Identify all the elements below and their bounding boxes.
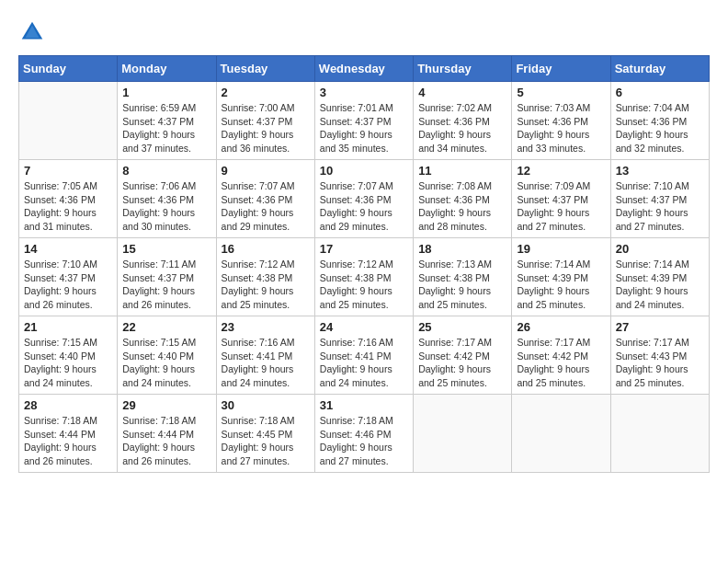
day-info: Sunrise: 7:12 AM Sunset: 4:38 PM Dayligh… — [320, 258, 408, 312]
week-row-3: 21Sunrise: 7:15 AM Sunset: 4:40 PM Dayli… — [19, 316, 710, 395]
calendar-header-tuesday: Tuesday — [216, 56, 314, 82]
week-row-1: 7Sunrise: 7:05 AM Sunset: 4:36 PM Daylig… — [19, 160, 710, 238]
day-number: 20 — [616, 242, 704, 256]
calendar-cell: 25Sunrise: 7:17 AM Sunset: 4:42 PM Dayli… — [414, 316, 512, 395]
calendar-cell: 31Sunrise: 7:18 AM Sunset: 4:46 PM Dayli… — [314, 395, 413, 473]
day-info: Sunrise: 6:59 AM Sunset: 4:37 PM Dayligh… — [122, 101, 210, 155]
day-info: Sunrise: 7:02 AM Sunset: 4:36 PM Dayligh… — [418, 101, 506, 155]
day-info: Sunrise: 7:07 AM Sunset: 4:36 PM Dayligh… — [320, 179, 408, 234]
day-number: 25 — [418, 320, 506, 334]
day-info: Sunrise: 7:04 AM Sunset: 4:36 PM Dayligh… — [616, 101, 704, 155]
calendar-cell: 5Sunrise: 7:03 AM Sunset: 4:36 PM Daylig… — [512, 82, 610, 160]
day-info: Sunrise: 7:01 AM Sunset: 4:37 PM Dayligh… — [320, 101, 408, 155]
calendar-cell: 2Sunrise: 7:00 AM Sunset: 4:37 PM Daylig… — [216, 82, 314, 160]
day-number: 5 — [517, 86, 605, 99]
calendar-cell: 7Sunrise: 7:05 AM Sunset: 4:36 PM Daylig… — [19, 160, 118, 238]
day-info: Sunrise: 7:17 AM Sunset: 4:43 PM Dayligh… — [616, 336, 704, 390]
day-info: Sunrise: 7:15 AM Sunset: 4:40 PM Dayligh… — [24, 336, 112, 390]
calendar-header-friday: Friday — [512, 56, 610, 82]
page-header — [18, 18, 710, 46]
day-info: Sunrise: 7:08 AM Sunset: 4:36 PM Dayligh… — [418, 179, 506, 234]
calendar-cell — [414, 395, 512, 473]
day-info: Sunrise: 7:10 AM Sunset: 4:37 PM Dayligh… — [616, 179, 704, 234]
day-info: Sunrise: 7:16 AM Sunset: 4:41 PM Dayligh… — [320, 336, 408, 390]
day-number: 28 — [24, 398, 112, 412]
day-info: Sunrise: 7:17 AM Sunset: 4:42 PM Dayligh… — [517, 336, 605, 390]
day-info: Sunrise: 7:14 AM Sunset: 4:39 PM Dayligh… — [517, 258, 605, 312]
calendar-cell — [610, 395, 709, 473]
calendar-cell: 6Sunrise: 7:04 AM Sunset: 4:36 PM Daylig… — [610, 82, 709, 160]
day-info: Sunrise: 7:10 AM Sunset: 4:37 PM Dayligh… — [24, 258, 112, 312]
day-number: 19 — [517, 242, 605, 256]
day-info: Sunrise: 7:06 AM Sunset: 4:36 PM Dayligh… — [122, 179, 210, 234]
calendar-header-wednesday: Wednesday — [314, 56, 413, 82]
day-info: Sunrise: 7:16 AM Sunset: 4:41 PM Dayligh… — [222, 336, 310, 390]
day-info: Sunrise: 7:07 AM Sunset: 4:36 PM Dayligh… — [222, 179, 310, 234]
calendar-cell: 18Sunrise: 7:13 AM Sunset: 4:38 PM Dayli… — [414, 238, 512, 316]
calendar-cell: 13Sunrise: 7:10 AM Sunset: 4:37 PM Dayli… — [610, 160, 709, 238]
calendar-cell — [19, 82, 118, 160]
calendar-header-monday: Monday — [118, 56, 216, 82]
day-info: Sunrise: 7:03 AM Sunset: 4:36 PM Dayligh… — [517, 101, 605, 155]
day-number: 18 — [418, 242, 506, 256]
day-info: Sunrise: 7:17 AM Sunset: 4:42 PM Dayligh… — [418, 336, 506, 390]
day-number: 9 — [222, 164, 310, 178]
week-row-4: 28Sunrise: 7:18 AM Sunset: 4:44 PM Dayli… — [19, 395, 710, 473]
day-number: 16 — [222, 242, 310, 256]
calendar-cell: 21Sunrise: 7:15 AM Sunset: 4:40 PM Dayli… — [19, 316, 118, 395]
calendar-cell: 24Sunrise: 7:16 AM Sunset: 4:41 PM Dayli… — [314, 316, 413, 395]
calendar-cell: 28Sunrise: 7:18 AM Sunset: 4:44 PM Dayli… — [19, 395, 118, 473]
calendar-header-row: SundayMondayTuesdayWednesdayThursdayFrid… — [19, 56, 710, 82]
calendar-cell: 1Sunrise: 6:59 AM Sunset: 4:37 PM Daylig… — [118, 82, 216, 160]
day-number: 29 — [122, 398, 210, 412]
calendar-cell: 27Sunrise: 7:17 AM Sunset: 4:43 PM Dayli… — [610, 316, 709, 395]
logo-icon — [18, 18, 46, 46]
day-info: Sunrise: 7:12 AM Sunset: 4:38 PM Dayligh… — [222, 258, 310, 312]
day-number: 12 — [517, 164, 605, 178]
day-number: 10 — [320, 164, 408, 178]
day-number: 22 — [122, 320, 210, 334]
calendar-table: SundayMondayTuesdayWednesdayThursdayFrid… — [18, 55, 710, 473]
day-number: 3 — [320, 86, 408, 99]
calendar-cell: 3Sunrise: 7:01 AM Sunset: 4:37 PM Daylig… — [314, 82, 413, 160]
day-info: Sunrise: 7:18 AM Sunset: 4:45 PM Dayligh… — [222, 414, 310, 468]
logo — [18, 18, 50, 46]
calendar-header-sunday: Sunday — [19, 56, 118, 82]
day-info: Sunrise: 7:11 AM Sunset: 4:37 PM Dayligh… — [122, 258, 210, 312]
calendar-cell: 29Sunrise: 7:18 AM Sunset: 4:44 PM Dayli… — [118, 395, 216, 473]
calendar-cell: 17Sunrise: 7:12 AM Sunset: 4:38 PM Dayli… — [314, 238, 413, 316]
calendar-header-saturday: Saturday — [610, 56, 709, 82]
day-number: 21 — [24, 320, 112, 334]
calendar-cell: 23Sunrise: 7:16 AM Sunset: 4:41 PM Dayli… — [216, 316, 314, 395]
calendar-cell: 9Sunrise: 7:07 AM Sunset: 4:36 PM Daylig… — [216, 160, 314, 238]
calendar-header-thursday: Thursday — [414, 56, 512, 82]
day-number: 27 — [616, 320, 704, 334]
day-info: Sunrise: 7:18 AM Sunset: 4:44 PM Dayligh… — [24, 414, 112, 468]
calendar-cell: 30Sunrise: 7:18 AM Sunset: 4:45 PM Dayli… — [216, 395, 314, 473]
day-info: Sunrise: 7:18 AM Sunset: 4:44 PM Dayligh… — [122, 414, 210, 468]
day-number: 31 — [320, 398, 408, 412]
week-row-0: 1Sunrise: 6:59 AM Sunset: 4:37 PM Daylig… — [19, 82, 710, 160]
day-number: 30 — [222, 398, 310, 412]
calendar-cell: 20Sunrise: 7:14 AM Sunset: 4:39 PM Dayli… — [610, 238, 709, 316]
day-number: 15 — [122, 242, 210, 256]
calendar-cell — [512, 395, 610, 473]
day-number: 11 — [418, 164, 506, 178]
day-info: Sunrise: 7:00 AM Sunset: 4:37 PM Dayligh… — [222, 101, 310, 155]
day-number: 7 — [24, 164, 112, 178]
day-number: 14 — [24, 242, 112, 256]
calendar-cell: 16Sunrise: 7:12 AM Sunset: 4:38 PM Dayli… — [216, 238, 314, 316]
day-info: Sunrise: 7:13 AM Sunset: 4:38 PM Dayligh… — [418, 258, 506, 312]
calendar-cell: 14Sunrise: 7:10 AM Sunset: 4:37 PM Dayli… — [19, 238, 118, 316]
day-number: 24 — [320, 320, 408, 334]
day-number: 23 — [222, 320, 310, 334]
day-number: 1 — [122, 86, 210, 99]
day-number: 26 — [517, 320, 605, 334]
week-row-2: 14Sunrise: 7:10 AM Sunset: 4:37 PM Dayli… — [19, 238, 710, 316]
day-number: 6 — [616, 86, 704, 99]
day-number: 13 — [616, 164, 704, 178]
day-number: 4 — [418, 86, 506, 99]
calendar-cell: 26Sunrise: 7:17 AM Sunset: 4:42 PM Dayli… — [512, 316, 610, 395]
day-number: 17 — [320, 242, 408, 256]
day-info: Sunrise: 7:09 AM Sunset: 4:37 PM Dayligh… — [517, 179, 605, 234]
